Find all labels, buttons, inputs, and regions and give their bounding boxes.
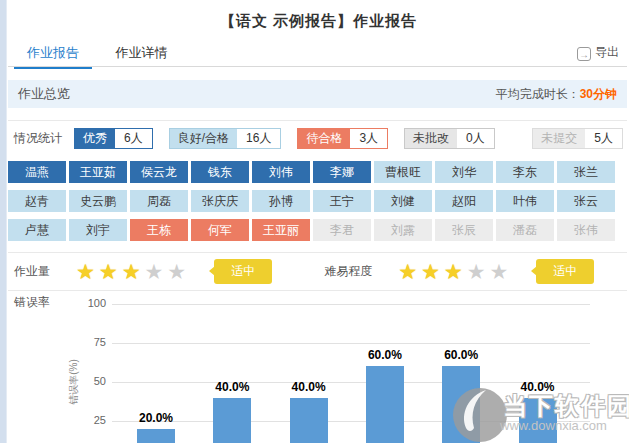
student-grid: 温燕王亚茹侯云龙钱东刘伟李娜曹根旺刘华李东张兰赵青史云鹏周磊张庆庆孙博王宁刘健赵…	[8, 161, 615, 241]
chart-bar	[366, 366, 404, 443]
star-filled-icon: ★	[76, 260, 99, 283]
student-cell-excellent[interactable]: 李娜	[313, 161, 371, 183]
tab-homework-details[interactable]: 作业详情	[102, 40, 180, 67]
avg-completion-time: 平均完成时长：30分钟	[496, 86, 617, 103]
chart-bar-value-label: 20.0%	[126, 411, 186, 425]
student-cell-good[interactable]: 曹根旺	[374, 161, 432, 183]
chart-bar	[137, 429, 175, 443]
student-cell-good[interactable]: 张兰	[557, 161, 615, 183]
star-filled-icon: ★	[421, 260, 444, 283]
student-cell-excellent[interactable]: 王亚茹	[69, 161, 127, 183]
student-cell-good[interactable]: 张庆庆	[191, 190, 249, 212]
star-empty-icon: ★	[144, 260, 167, 283]
student-cell-good[interactable]: 赵阳	[435, 190, 493, 212]
status-badge-good: 良好/合格16人	[169, 128, 282, 149]
student-cell-good[interactable]: 刘宇	[69, 219, 127, 241]
student-cell-good[interactable]: 周磊	[130, 190, 188, 212]
chart-bar-value-label: 40.0%	[508, 380, 568, 394]
chart-gridline	[112, 343, 590, 344]
chart-bar-value-label: 40.0%	[202, 380, 262, 394]
chart-bar-value-label: 60.0%	[355, 348, 415, 362]
status-badge-excellent: 优秀6人	[74, 128, 153, 149]
student-cell-excellent[interactable]: 侯云龙	[130, 161, 188, 183]
star-filled-icon: ★	[444, 260, 467, 283]
rating-group-1: 难易程度★★★★★适中	[318, 259, 629, 284]
star-filled-icon: ★	[122, 260, 145, 283]
star-empty-icon: ★	[467, 260, 490, 283]
student-cell-good[interactable]: 李东	[496, 161, 554, 183]
export-label: 导出	[595, 45, 619, 59]
student-cell-unsubmitted[interactable]: 潘磊	[496, 219, 554, 241]
rating-group-0: 作业量★★★★★适中	[8, 259, 318, 284]
student-cell-unsubmitted[interactable]: 张伟	[557, 219, 615, 241]
star-filled-icon: ★	[99, 260, 122, 283]
status-badge-pending: 待合格3人	[297, 128, 388, 149]
student-cell-excellent[interactable]: 钱东	[191, 161, 249, 183]
status-stats-row: 情况统计 优秀6人良好/合格16人待合格3人未批改0人 未提交 5人	[8, 127, 623, 149]
rating-tag: 适中	[214, 259, 272, 284]
status-badge-unsubmitted: 未提交 5人	[532, 128, 623, 149]
error-rate-bar-chart: 错误率(%) 10075502520.0%40.0%40.0%60.0%60.0…	[8, 296, 629, 443]
star-empty-icon: ★	[489, 260, 512, 283]
chart-bar-value-label: 40.0%	[279, 380, 339, 394]
student-cell-good[interactable]: 孙博	[252, 190, 310, 212]
student-cell-good[interactable]: 赵青	[8, 190, 66, 212]
section-divider	[8, 290, 627, 291]
section-divider	[8, 252, 627, 253]
star-rating-icon: ★★★★★	[76, 261, 190, 282]
chart-bar	[213, 398, 251, 443]
star-rating-icon: ★★★★★	[398, 261, 512, 282]
chart-gridline	[112, 304, 590, 305]
status-badge-ungraded: 未批改0人	[404, 128, 495, 149]
stats-label: 情况统计	[14, 130, 62, 147]
chart-bar	[442, 366, 480, 443]
chart-y-tick: 100	[66, 297, 106, 309]
student-cell-good[interactable]: 卢慧	[8, 219, 66, 241]
student-cell-pending[interactable]: 王亚丽	[252, 219, 310, 241]
chart-bar	[519, 398, 557, 443]
rating-label: 作业量	[14, 263, 50, 280]
rating-label: 难易程度	[324, 263, 372, 280]
star-empty-icon: ★	[167, 260, 190, 283]
chart-y-tick: 50	[66, 375, 106, 387]
student-cell-good[interactable]: 王宁	[313, 190, 371, 212]
student-cell-unsubmitted[interactable]: 刘露	[374, 219, 432, 241]
student-cell-good[interactable]: 刘健	[374, 190, 432, 212]
export-button[interactable]: →导出	[577, 44, 619, 61]
avg-time-label: 平均完成时长：	[496, 87, 580, 101]
student-cell-pending[interactable]: 何军	[191, 219, 249, 241]
overview-title: 作业总览	[18, 85, 70, 103]
student-cell-pending[interactable]: 王栋	[130, 219, 188, 241]
student-cell-good[interactable]: 史云鹏	[69, 190, 127, 212]
chart-bar-value-label: 60.0%	[431, 348, 491, 362]
status-badges: 优秀6人良好/合格16人待合格3人未批改0人	[74, 128, 511, 149]
tab-homework-report[interactable]: 作业报告	[14, 40, 92, 69]
chart-y-tick: 75	[66, 336, 106, 348]
student-cell-good[interactable]: 叶伟	[496, 190, 554, 212]
student-cell-good[interactable]: 刘华	[435, 161, 493, 183]
rating-tag: 适中	[536, 259, 594, 284]
avg-time-value: 30分钟	[580, 87, 617, 101]
student-cell-good[interactable]: 张云	[557, 190, 615, 212]
chart-bar	[290, 398, 328, 443]
overview-section-header: 作业总览 平均完成时长：30分钟	[8, 80, 627, 108]
student-cell-unsubmitted[interactable]: 张辰	[435, 219, 493, 241]
tab-bar: 作业报告 作业详情 →导出	[8, 40, 627, 67]
section-divider	[8, 120, 627, 121]
page-title: 【语文 示例报告】作业报告	[8, 0, 629, 31]
chart-y-tick: 25	[66, 414, 106, 426]
homework-report-page: 【语文 示例报告】作业报告 作业报告 作业详情 →导出 作业总览 平均完成时长：…	[8, 0, 629, 443]
left-border-strip	[0, 0, 7, 443]
student-cell-excellent[interactable]: 温燕	[8, 161, 66, 183]
student-cell-excellent[interactable]: 刘伟	[252, 161, 310, 183]
star-filled-icon: ★	[398, 260, 421, 283]
export-arrow-icon: →	[577, 47, 591, 61]
ratings-row: 作业量★★★★★适中难易程度★★★★★适中	[8, 256, 623, 286]
student-cell-unsubmitted[interactable]: 李君	[313, 219, 371, 241]
